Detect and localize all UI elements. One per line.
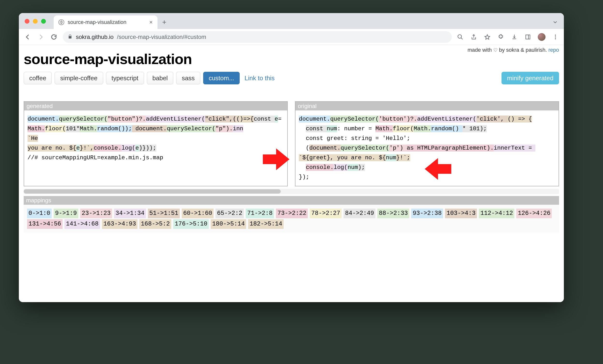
code-segment[interactable]: : number = <box>337 125 375 132</box>
mapping-entry[interactable]: 103->4:3 <box>445 209 477 218</box>
mapping-entry[interactable]: 71->2:8 <box>246 209 274 218</box>
code-segment[interactable]: document. <box>309 144 341 152</box>
code-segment[interactable]: e <box>275 116 278 123</box>
mapping-entry[interactable]: 51->1:51 <box>148 209 180 218</box>
share-icon[interactable] <box>470 33 477 41</box>
mapping-entry[interactable]: 88->2:33 <box>377 209 409 218</box>
code-segment[interactable]: }!`; <box>396 154 410 161</box>
custom-button[interactable]: custom... <box>203 72 240 84</box>
mapping-entry[interactable]: 34->1:34 <box>114 209 146 218</box>
example-sass-button[interactable]: sass <box>176 72 200 84</box>
code-segment[interactable]: )})); <box>139 144 156 152</box>
code-segment[interactable]: }!`, <box>80 144 94 152</box>
code-segment[interactable]: Math. <box>375 125 393 132</box>
code-segment[interactable]: const greet: string = 'Hello'; <box>306 135 410 142</box>
minify-generated-button[interactable]: minify generated <box>501 72 559 84</box>
horizontal-scrollbar[interactable] <box>24 189 559 194</box>
address-bar[interactable]: sokra.github.io/source-map-visualization… <box>63 31 452 43</box>
code-segment[interactable]: querySelector( <box>167 125 216 132</box>
code-segment[interactable]: as HTMLParagraphElement). <box>407 144 494 152</box>
sidepanel-icon[interactable] <box>524 33 532 41</box>
code-segment[interactable]: e <box>135 144 139 152</box>
code-segment[interactable]: 'p') <box>389 144 406 152</box>
code-segment[interactable]: //# sourceMappingURL=example.min.js.map <box>28 154 163 161</box>
code-segment[interactable]: inn <box>233 125 243 132</box>
code-segment[interactable]: num <box>327 125 337 132</box>
mapping-entry[interactable]: 60->1:60 <box>182 209 214 218</box>
code-segment[interactable]: random() <box>431 125 462 132</box>
star-icon[interactable] <box>484 33 491 41</box>
code-segment[interactable]: you are no. ${ <box>28 144 76 152</box>
code-segment[interactable]: document. <box>299 116 330 123</box>
code-segment[interactable]: Math. <box>28 125 45 132</box>
mapping-entry[interactable]: 65->2:2 <box>216 209 244 218</box>
link-to-this[interactable]: Link to this <box>244 74 274 82</box>
code-segment[interactable]: floor( <box>393 125 414 132</box>
code-segment[interactable]: ()=>{ <box>236 116 254 123</box>
mappings-list[interactable]: 0->1:09->1:923->1:2334->1:3451->1:5160->… <box>24 205 559 233</box>
code-segment[interactable]: * 101); <box>462 125 487 132</box>
scrollbar-thumb[interactable] <box>24 189 281 194</box>
mapping-entry[interactable]: 23->1:23 <box>80 209 112 218</box>
code-segment[interactable]: "click",( <box>205 116 236 123</box>
mapping-entry[interactable]: 168->5:2 <box>139 219 171 229</box>
downloads-icon[interactable] <box>511 33 518 41</box>
mapping-entry[interactable]: 73->2:22 <box>276 209 308 218</box>
mapping-entry[interactable]: 126->4:26 <box>516 209 552 218</box>
code-segment[interactable]: document. <box>28 116 59 123</box>
code-segment[interactable]: log( <box>334 164 348 171</box>
mapping-entry[interactable]: 112->4:12 <box>479 209 514 218</box>
code-segment[interactable]: "button")?. <box>107 116 146 123</box>
code-segment[interactable]: querySelector( <box>341 144 389 152</box>
code-segment[interactable]: e <box>76 144 80 152</box>
new-tab-button[interactable]: + <box>158 15 171 29</box>
code-segment[interactable]: Math. <box>80 125 97 132</box>
reload-button[interactable] <box>50 33 58 41</box>
code-segment[interactable]: ( <box>306 144 309 152</box>
code-segment[interactable]: num <box>386 154 396 161</box>
code-segment[interactable]: 101* <box>66 125 80 132</box>
kebab-menu-icon[interactable] <box>552 33 559 41</box>
example-babel-button[interactable]: babel <box>147 72 174 84</box>
close-tab-icon[interactable]: × <box>149 19 153 26</box>
mapping-entry[interactable]: 141->4:68 <box>65 219 100 229</box>
code-segment[interactable]: addEventListener( <box>146 116 205 123</box>
minimize-window-button[interactable] <box>33 19 38 24</box>
code-segment[interactable]: floor( <box>45 125 66 132</box>
code-segment[interactable]: addEventListener( <box>417 116 476 123</box>
code-segment[interactable]: document. <box>132 125 167 132</box>
close-window-button[interactable] <box>25 19 29 24</box>
code-segment[interactable]: random()); <box>97 125 132 132</box>
mapping-entry[interactable]: 131->4:56 <box>27 219 63 229</box>
example-typescript-button[interactable]: typescript <box>106 72 144 84</box>
extensions-icon[interactable] <box>497 33 504 41</box>
code-segment[interactable]: () => { <box>508 116 532 123</box>
code-segment[interactable]: = <box>278 116 281 123</box>
search-icon[interactable] <box>457 33 464 41</box>
code-segment[interactable]: console. <box>94 144 122 152</box>
back-button[interactable] <box>24 33 32 41</box>
code-segment[interactable]: num <box>348 164 358 171</box>
mapping-entry[interactable]: 93->2:38 <box>411 209 443 218</box>
code-segment[interactable]: `He <box>28 135 38 142</box>
repo-link[interactable]: repo <box>548 47 559 53</box>
code-segment[interactable]: Math. <box>414 125 431 132</box>
mapping-entry[interactable]: 180->5:14 <box>211 219 246 229</box>
code-segment[interactable]: console. <box>306 164 334 171</box>
mapping-entry[interactable]: 182->5:14 <box>248 219 284 229</box>
zoom-window-button[interactable] <box>41 19 46 24</box>
code-segment[interactable]: 'click', <box>476 116 508 123</box>
code-segment[interactable]: const <box>306 125 327 132</box>
mapping-entry[interactable]: 0->1:0 <box>27 209 52 218</box>
code-segment[interactable]: 'button')?. <box>379 116 417 123</box>
profile-avatar[interactable] <box>538 33 545 41</box>
code-segment[interactable]: "p"). <box>216 125 233 132</box>
code-segment[interactable]: querySelector( <box>330 116 379 123</box>
code-segment[interactable]: innerText = <box>494 144 536 152</box>
mapping-entry[interactable]: 84->2:49 <box>344 209 375 218</box>
code-segment[interactable] <box>243 125 285 132</box>
code-segment[interactable]: log( <box>122 144 136 152</box>
original-code[interactable]: document.querySelector('button')?.addEve… <box>295 110 558 186</box>
generated-code[interactable]: document.querySelector("button")?.addEve… <box>24 110 287 166</box>
code-segment[interactable]: querySelector( <box>59 116 108 123</box>
